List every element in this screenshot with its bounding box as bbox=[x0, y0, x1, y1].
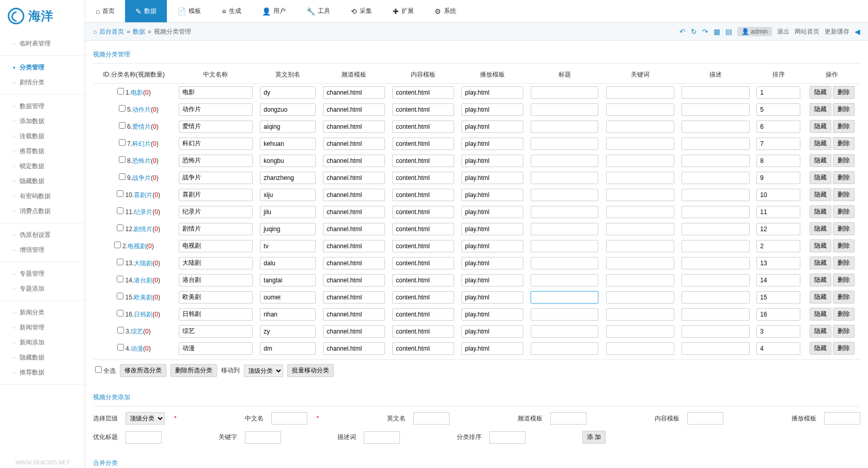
delete-button[interactable]: 删除 bbox=[833, 291, 855, 304]
breadcrumb-home[interactable]: 后台首页 bbox=[99, 27, 124, 36]
cell-input-ch[interactable] bbox=[323, 240, 385, 252]
cell-input-t[interactable] bbox=[531, 274, 598, 286]
topnav-item-7[interactable]: ✚扩展 bbox=[382, 0, 424, 22]
category-link[interactable]: 剧情片 bbox=[134, 225, 152, 233]
cell-input-cn[interactable] bbox=[179, 189, 253, 201]
delete-button[interactable]: 删除 bbox=[833, 342, 855, 355]
hide-button[interactable]: 隐藏 bbox=[810, 171, 831, 184]
cell-input-pl[interactable] bbox=[461, 308, 523, 321]
cell-input-s[interactable] bbox=[756, 138, 800, 150]
topnav-item-1[interactable]: ✎数据 bbox=[125, 0, 167, 22]
cell-input-en[interactable] bbox=[260, 172, 316, 184]
cell-input-ch[interactable] bbox=[323, 138, 385, 150]
row-checkbox[interactable] bbox=[117, 310, 123, 316]
cell-input-cn[interactable] bbox=[179, 172, 253, 184]
move-to-select[interactable]: 顶级分类 bbox=[244, 365, 283, 377]
cell-input-d[interactable] bbox=[681, 342, 749, 355]
delete-button[interactable]: 删除 bbox=[833, 103, 855, 116]
category-link[interactable]: 动作片 bbox=[132, 106, 151, 113]
delete-button[interactable]: 删除 bbox=[833, 308, 855, 321]
sidebar-item[interactable]: 连载数据 bbox=[0, 129, 85, 144]
row-checkbox[interactable] bbox=[117, 207, 123, 214]
add-en-input[interactable] bbox=[413, 412, 450, 425]
cell-input-t[interactable] bbox=[531, 172, 598, 184]
cell-input-cn[interactable] bbox=[179, 240, 253, 252]
hide-button[interactable]: 隐藏 bbox=[810, 291, 831, 304]
cell-input-d[interactable] bbox=[681, 206, 749, 218]
sidebar-item[interactable]: 新闻添加 bbox=[0, 335, 85, 350]
cell-input-d[interactable] bbox=[681, 86, 749, 99]
sidebar-item[interactable]: 有密码数据 bbox=[0, 189, 85, 204]
row-checkbox[interactable] bbox=[117, 224, 123, 231]
row-checkbox[interactable] bbox=[114, 241, 121, 248]
cell-input-cn[interactable] bbox=[179, 223, 253, 235]
cell-input-t[interactable] bbox=[531, 103, 598, 116]
cell-input-en[interactable] bbox=[260, 138, 316, 150]
cell-input-d[interactable] bbox=[681, 308, 749, 321]
cell-input-t[interactable] bbox=[531, 206, 598, 218]
cell-input-cn[interactable] bbox=[179, 155, 253, 167]
hide-button[interactable]: 隐藏 bbox=[810, 222, 831, 235]
sidebar-item[interactable]: 推荐数据 bbox=[0, 144, 85, 159]
delete-button[interactable]: 删除 bbox=[833, 205, 855, 218]
cell-input-pl[interactable] bbox=[461, 138, 523, 150]
add-cn-input[interactable] bbox=[271, 412, 307, 425]
cell-input-ch[interactable] bbox=[323, 120, 385, 133]
cell-input-cn[interactable] bbox=[179, 342, 253, 355]
hide-button[interactable]: 隐藏 bbox=[810, 239, 831, 252]
cell-input-d[interactable] bbox=[681, 240, 749, 252]
cell-input-ct[interactable] bbox=[392, 274, 454, 286]
sidebar-item[interactable]: 推荐数据 bbox=[0, 365, 85, 380]
cell-input-t[interactable] bbox=[531, 189, 598, 201]
cell-input-pl[interactable] bbox=[461, 223, 523, 235]
cell-input-t[interactable] bbox=[531, 325, 598, 338]
hide-button[interactable]: 隐藏 bbox=[810, 86, 831, 99]
cell-input-d[interactable] bbox=[681, 172, 749, 184]
sidebar-item[interactable]: 添加数据 bbox=[0, 114, 85, 129]
cell-input-cn[interactable] bbox=[179, 138, 253, 150]
cell-input-ch[interactable] bbox=[323, 325, 385, 338]
cell-input-s[interactable] bbox=[756, 189, 800, 201]
row-checkbox[interactable] bbox=[117, 293, 123, 299]
add-sort-input[interactable] bbox=[489, 431, 525, 444]
cell-input-en[interactable] bbox=[260, 103, 316, 116]
cell-input-s[interactable] bbox=[756, 103, 800, 116]
cell-input-en[interactable] bbox=[260, 86, 316, 99]
delete-button[interactable]: 删除 bbox=[833, 256, 855, 269]
cell-input-d[interactable] bbox=[681, 103, 749, 116]
row-checkbox[interactable] bbox=[117, 190, 123, 197]
cell-input-pl[interactable] bbox=[461, 189, 523, 201]
cell-input-ct[interactable] bbox=[392, 257, 454, 269]
cell-input-cn[interactable] bbox=[179, 206, 253, 218]
row-checkbox[interactable] bbox=[117, 88, 124, 95]
cell-input-pl[interactable] bbox=[461, 120, 523, 133]
topnav-item-2[interactable]: 📄模板 bbox=[167, 0, 211, 22]
cell-input-en[interactable] bbox=[260, 155, 316, 167]
cell-input-ct[interactable] bbox=[392, 291, 454, 304]
cell-input-en[interactable] bbox=[260, 325, 316, 338]
cell-input-cn[interactable] bbox=[179, 325, 253, 338]
cell-input-pl[interactable] bbox=[461, 325, 523, 338]
cell-input-en[interactable] bbox=[260, 274, 316, 286]
cell-input-ch[interactable] bbox=[323, 342, 385, 355]
cell-input-d[interactable] bbox=[681, 257, 749, 269]
category-link[interactable]: 纪录片 bbox=[134, 208, 152, 216]
cell-input-ch[interactable] bbox=[323, 155, 385, 167]
category-link[interactable]: 喜剧片 bbox=[134, 191, 152, 199]
row-checkbox[interactable] bbox=[119, 156, 126, 163]
topnav-item-4[interactable]: 👤用户 bbox=[252, 0, 296, 22]
refresh-cache-link[interactable]: 更新缓存 bbox=[825, 27, 849, 36]
hide-button[interactable]: 隐藏 bbox=[810, 188, 831, 201]
row-checkbox[interactable] bbox=[117, 327, 124, 334]
hide-button[interactable]: 隐藏 bbox=[810, 137, 831, 150]
cell-input-ch[interactable] bbox=[323, 308, 385, 321]
cell-input-pl[interactable] bbox=[461, 155, 523, 167]
cell-input-s[interactable] bbox=[756, 120, 800, 133]
cell-input-k[interactable] bbox=[606, 291, 674, 304]
cell-input-cn[interactable] bbox=[179, 86, 253, 99]
cell-input-t[interactable] bbox=[531, 138, 598, 150]
cell-input-k[interactable] bbox=[606, 206, 674, 218]
logout-link[interactable]: 退出 bbox=[777, 27, 789, 36]
cell-input-d[interactable] bbox=[681, 274, 749, 286]
hide-button[interactable]: 隐藏 bbox=[810, 103, 831, 116]
